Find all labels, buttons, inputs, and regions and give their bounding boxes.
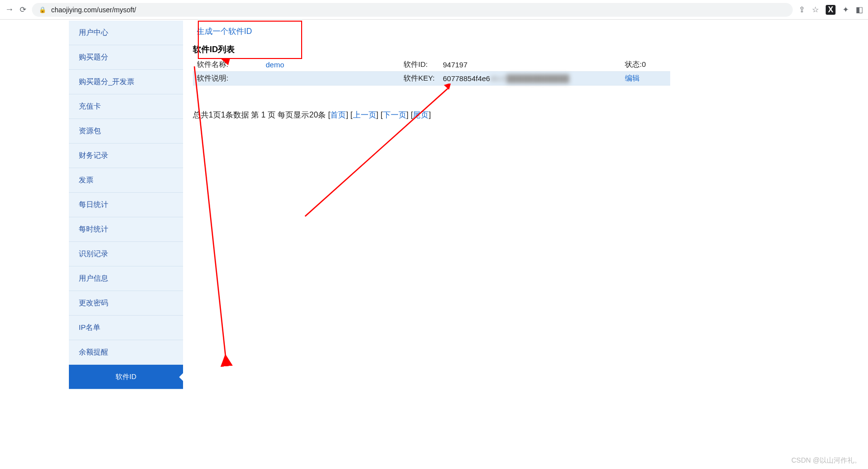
status-label: 状态:0 [621, 58, 670, 72]
address-bar[interactable]: 🔒 chaojiying.com/user/mysoft/ [32, 3, 793, 17]
extensions-icon[interactable]: ✦ [842, 5, 849, 14]
sidebar-item-user-center[interactable]: 用户中心 [69, 21, 183, 45]
sidebar-item-finance-record[interactable]: 财务记录 [69, 144, 183, 168]
software-table: 软件名称: demo 软件ID: 947197 状态:0 软件说明: 软件KEY… [193, 58, 670, 86]
sidebar-item-label: 财务记录 [79, 151, 108, 160]
share-icon[interactable]: ⇪ [799, 5, 805, 14]
forward-arrow-icon[interactable]: → [5, 4, 14, 15]
prev-page-link[interactable]: 上一页 [353, 111, 376, 119]
name-value: demo [262, 58, 400, 72]
sidebar-item-label: 更改密码 [79, 298, 108, 308]
sidebar-item-buy-points-invoice[interactable]: 购买题分_开发票 [69, 70, 183, 94]
edit-link[interactable]: 编辑 [621, 72, 670, 86]
lock-icon: 🔒 [39, 6, 46, 13]
reload-icon[interactable]: ⟳ [20, 5, 26, 14]
browser-toolbar: → ⟳ 🔒 chaojiying.com/user/mysoft/ ⇪ ☆ X … [0, 0, 868, 20]
sidebar-item-label: 购买题分 [79, 53, 108, 62]
url-text: chaojiying.com/user/mysoft/ [51, 6, 136, 14]
sidepanel-icon[interactable]: ◧ [856, 5, 863, 14]
key-label: 软件KEY: [400, 72, 439, 86]
desc-value [262, 72, 400, 86]
sidebar-item-change-password[interactable]: 更改密码 [69, 291, 183, 316]
table-row: 软件名称: demo 软件ID: 947197 状态:0 [193, 58, 670, 72]
sidebar-item-label: 资源包 [79, 126, 101, 136]
sidebar-item-label: 软件ID [116, 373, 136, 381]
sidebar-item-label: 用户信息 [79, 274, 108, 283]
bookmark-icon[interactable]: ☆ [812, 5, 819, 14]
sidebar-item-daily-stats[interactable]: 每日统计 [69, 193, 183, 217]
pagination-info: 总共1页1条数据 第 1 页 每页显示20条 [193, 111, 328, 119]
software-id-list-title: 软件ID列表 [193, 44, 670, 55]
sidebar-item-label: 每时统计 [79, 225, 108, 234]
sidebar-item-buy-points[interactable]: 购买题分 [69, 45, 183, 70]
sidebar-item-label: 余额提醒 [79, 348, 108, 357]
sidebar-item-label: IP名单 [79, 323, 100, 332]
first-page-link[interactable]: 首页 [330, 111, 346, 119]
main-content: 生成一个软件ID 软件ID列表 软件名称: demo 软件ID: 947197 … [183, 21, 680, 389]
name-label: 软件名称: [193, 58, 262, 72]
sidebar-item-label: 购买题分_开发票 [79, 77, 134, 87]
id-label: 软件ID: [400, 58, 439, 72]
desc-label: 软件说明: [193, 72, 262, 86]
sidebar-item-user-info[interactable]: 用户信息 [69, 266, 183, 291]
sidebar-item-label: 用户中心 [79, 28, 108, 37]
sidebar-item-balance-alert[interactable]: 余额提醒 [69, 340, 183, 365]
sidebar-item-label: 充值卡 [79, 102, 101, 111]
key-value: 60778854f4e6db10████████████ [439, 72, 621, 86]
browser-actions: ⇪ ☆ X ✦ ◧ [799, 5, 863, 15]
sidebar-item-recharge-card[interactable]: 充值卡 [69, 94, 183, 119]
sidebar: 用户中心 购买题分 购买题分_开发票 充值卡 资源包 财务记录 发票 每日统计 … [69, 21, 183, 389]
last-page-link[interactable]: 尾页 [413, 111, 429, 119]
id-value: 947197 [439, 58, 621, 72]
pagination: 总共1页1条数据 第 1 页 每页显示20条 [首页] [上一页] [下一页] … [193, 110, 670, 120]
sidebar-item-ip-list[interactable]: IP名单 [69, 316, 183, 340]
sidebar-item-software-id[interactable]: 软件ID [69, 365, 183, 389]
sidebar-item-invoice[interactable]: 发票 [69, 168, 183, 193]
sidebar-item-label: 发票 [79, 176, 93, 185]
sidebar-item-hourly-stats[interactable]: 每时统计 [69, 217, 183, 242]
sidebar-item-label: 识别记录 [79, 249, 108, 259]
extension-x-icon[interactable]: X [826, 5, 836, 15]
table-row: 软件说明: 软件KEY: 60778854f4e6db10███████████… [193, 72, 670, 86]
sidebar-item-resource-pack[interactable]: 资源包 [69, 119, 183, 144]
sidebar-item-label: 每日统计 [79, 200, 108, 209]
generate-software-id-link[interactable]: 生成一个软件ID [197, 27, 252, 37]
sidebar-item-recognition-record[interactable]: 识别记录 [69, 242, 183, 266]
next-page-link[interactable]: 下一页 [383, 111, 406, 119]
